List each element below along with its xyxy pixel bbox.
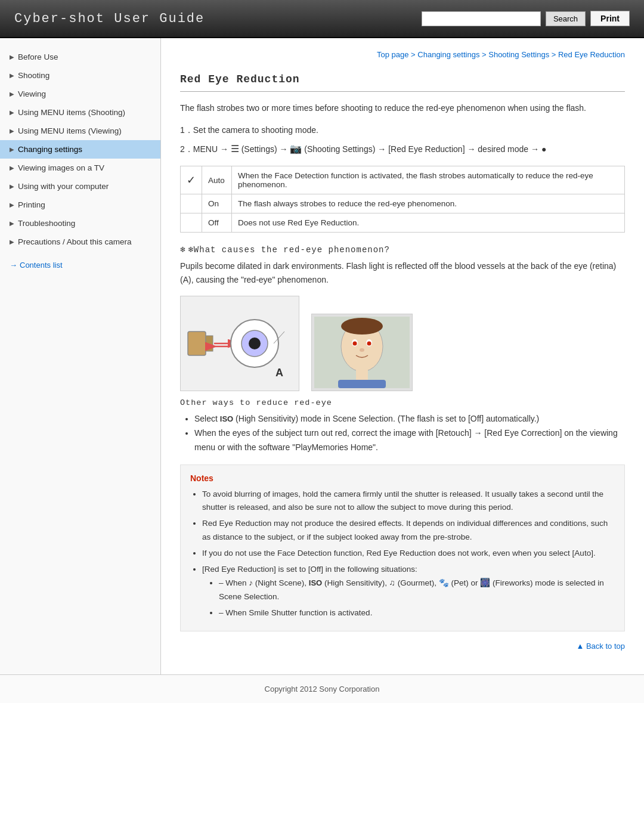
breadcrumb-sep2: > — [482, 50, 488, 59]
steps: 1．Set the camera to shooting mode. 2．MEN… — [180, 123, 625, 157]
header: Cyber-shot User Guide Search Print — [0, 0, 644, 38]
arrow-icon: ▶ — [10, 72, 14, 79]
list-item: Red Eye Reduction may not produce the de… — [202, 517, 615, 544]
iso-icon: ISO — [220, 414, 233, 423]
breadcrumb-changing-settings[interactable]: Changing settings — [417, 50, 479, 59]
back-to-top: ▲ Back to top — [180, 641, 625, 651]
sidebar-label: Changing settings — [18, 145, 82, 154]
table-row: On The flash always strobes to reduce th… — [181, 194, 625, 213]
svg-rect-19 — [338, 380, 386, 388]
arrow-icon: ▶ — [10, 220, 14, 227]
tip-section: ❄❄What causes the red-eye phenomenon? Pu… — [180, 244, 625, 286]
table-cell-icon: ✓ — [181, 166, 202, 194]
photo-svg — [314, 317, 410, 388]
list-item: When Smile Shutter function is activated… — [219, 606, 615, 620]
breadcrumb-shooting-settings[interactable]: Shooting Settings — [488, 50, 549, 59]
svg-rect-0 — [188, 332, 206, 355]
sidebar-item-shooting[interactable]: ▶ Shooting — [0, 66, 160, 85]
breadcrumb-top[interactable]: Top page — [377, 50, 409, 59]
tip-icon: ❄ — [180, 245, 185, 255]
main-layout: ▶ Before Use ▶ Shooting ▶ Viewing ▶ Usin… — [0, 38, 644, 674]
table-cell-icon — [181, 213, 202, 233]
breadcrumb-current: Red Eye Reduction — [558, 50, 625, 59]
sidebar-label: Shooting — [18, 71, 49, 80]
footer: Copyright 2012 Sony Corporation — [0, 674, 644, 703]
arrow-icon: ▶ — [10, 54, 14, 60]
arrow-icon: ▶ — [10, 202, 14, 208]
svg-point-13 — [353, 342, 357, 346]
other-ways-section: Other ways to reduce red-eye Select ISO … — [180, 398, 625, 454]
table-cell-mode: Auto — [202, 166, 232, 194]
list-item: When the eyes of the subject turn out re… — [194, 426, 625, 455]
search-input[interactable] — [422, 11, 541, 26]
svg-text:A: A — [275, 367, 283, 379]
contents-list-link[interactable]: → Contents list — [0, 256, 160, 274]
notes-sub-list: When ♪ (Night Scene), ISO (High Sensitiv… — [214, 577, 615, 620]
sidebar-item-printing[interactable]: ▶ Printing — [0, 196, 160, 214]
sidebar-item-precautions[interactable]: ▶ Precautions / About this camera — [0, 233, 160, 251]
breadcrumb-sep1: > — [411, 50, 417, 59]
sidebar-item-viewing[interactable]: ▶ Viewing — [0, 85, 160, 103]
svg-point-17 — [341, 318, 383, 335]
table-cell-mode: On — [202, 194, 232, 213]
print-button[interactable]: Print — [590, 11, 630, 26]
notes-list: To avoid blurring of images, hold the ca… — [197, 488, 615, 620]
eye-diagram-svg: A — [183, 299, 296, 388]
arrow-icon: ▶ — [10, 109, 14, 116]
arrow-icon: ▶ — [10, 239, 14, 245]
svg-point-16 — [360, 348, 364, 352]
photo-placeholder — [311, 314, 413, 391]
sidebar-label: Troubleshooting — [18, 219, 75, 228]
page-title: Red Eye Reduction — [180, 73, 625, 92]
sidebar-item-menu-shooting[interactable]: ▶ Using MENU items (Shooting) — [0, 103, 160, 122]
arrow-icon: ▶ — [10, 183, 14, 190]
breadcrumb-sep3: > — [552, 50, 558, 59]
list-item: To avoid blurring of images, hold the ca… — [202, 488, 615, 515]
sidebar-label: Viewing — [18, 89, 46, 98]
table-cell-desc: When the Face Detection function is acti… — [232, 166, 625, 194]
notes-title: Notes — [190, 473, 615, 483]
step-2: 2．MENU → ☰ (Settings) → 📷 (Shooting Sett… — [180, 141, 625, 158]
sidebar-item-troubleshooting[interactable]: ▶ Troubleshooting — [0, 214, 160, 233]
mode-table: ✓ Auto When the Face Detection function … — [180, 166, 625, 233]
sidebar-item-menu-viewing[interactable]: ▶ Using MENU items (Viewing) — [0, 122, 160, 140]
sidebar-label: Printing — [18, 200, 45, 209]
list-item: [Red Eye Reduction] is set to [Off] in t… — [202, 563, 615, 620]
search-button[interactable]: Search — [546, 11, 586, 26]
table-cell-icon — [181, 194, 202, 213]
svg-point-15 — [367, 342, 371, 346]
arrow-icon: ▶ — [10, 128, 14, 134]
svg-point-6 — [249, 337, 261, 349]
arrow-icon: ▶ — [10, 146, 14, 153]
table-cell-desc: The flash always strobes to reduce the r… — [232, 194, 625, 213]
sidebar-label: Using MENU items (Viewing) — [18, 126, 122, 135]
sidebar-label: Precautions / About this camera — [18, 237, 132, 246]
copyright: Copyright 2012 Sony Corporation — [265, 685, 380, 693]
diagram-area: A — [180, 296, 625, 391]
table-row: Off Does not use Red Eye Reduction. — [181, 213, 625, 233]
sidebar-item-using-computer[interactable]: ▶ Using with your computer — [0, 177, 160, 196]
content-area: Top page > Changing settings > Shooting … — [161, 38, 644, 674]
sidebar-label: Using with your computer — [18, 182, 109, 191]
svg-rect-18 — [356, 369, 368, 381]
other-ways-list: Select ISO (High Sensitivity) mode in Sc… — [190, 412, 625, 454]
tip-title: ❄❄What causes the red-eye phenomenon? — [180, 244, 625, 255]
list-item: When ♪ (Night Scene), ISO (High Sensitiv… — [219, 577, 615, 604]
sidebar-label: Viewing images on a TV — [18, 163, 104, 172]
list-item: Select ISO (High Sensitivity) mode in Sc… — [194, 412, 625, 426]
arrow-right-icon: → — [10, 261, 17, 270]
sidebar-item-viewing-tv[interactable]: ▶ Viewing images on a TV — [0, 159, 160, 177]
tip-text: Pupils become dilated in dark environmen… — [180, 259, 625, 286]
sidebar-item-changing-settings[interactable]: ▶ Changing settings — [0, 140, 160, 159]
sidebar: ▶ Before Use ▶ Shooting ▶ Viewing ▶ Usin… — [0, 38, 161, 674]
sidebar-label: Using MENU items (Shooting) — [18, 108, 125, 117]
table-cell-mode: Off — [202, 213, 232, 233]
table-cell-desc: Does not use Red Eye Reduction. — [232, 213, 625, 233]
site-title: Cyber-shot User Guide — [14, 11, 205, 26]
other-ways-title: Other ways to reduce red-eye — [180, 398, 625, 407]
sidebar-label: Before Use — [18, 52, 58, 61]
back-to-top-link[interactable]: ▲ Back to top — [576, 642, 625, 651]
sidebar-item-before-use[interactable]: ▶ Before Use — [0, 48, 160, 66]
step-1: 1．Set the camera to shooting mode. — [180, 123, 625, 138]
svg-rect-1 — [206, 336, 213, 351]
